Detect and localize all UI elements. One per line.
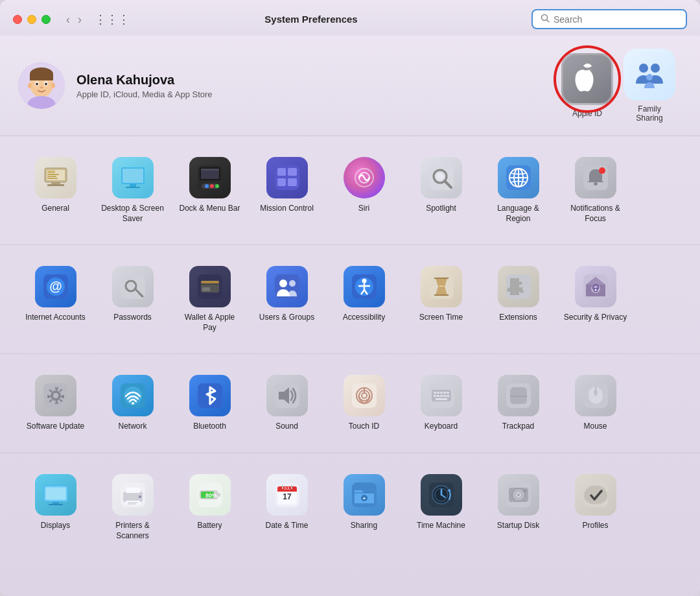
pref-item-printers[interactable]: Printers & Scanners [95,466,170,549]
language-icon [498,157,539,198]
preferences-content: General Desktop & Screen Saver [0,136,700,596]
back-button[interactable]: ‹ [64,12,73,27]
timemachine-icon [421,474,462,516]
touchid-icon [344,375,385,416]
search-input[interactable] [554,14,678,25]
pref-item-timemachine[interactable]: Time Machine [404,466,478,549]
mouse-label: Mouse [583,422,607,432]
displays-icon [35,474,76,516]
desktop-icon [112,157,154,198]
svg-point-162 [524,490,526,492]
search-icon [541,14,550,25]
pref-item-sound[interactable]: Sound [250,367,324,440]
pref-item-displays[interactable]: Displays [18,466,93,549]
svg-rect-100 [352,383,377,408]
keyboard-icon [421,375,462,416]
svg-point-9 [45,83,47,86]
close-button[interactable] [13,15,22,24]
pref-item-passwords[interactable]: Passwords [95,258,170,340]
svg-point-10 [40,87,43,89]
wallet-label: Wallet & Apple Pay [178,313,242,333]
pref-item-desktop[interactable]: Desktop & Screen Saver [95,149,170,232]
titlebar: ‹ › ⋮⋮⋮ System Preferences [0,0,700,36]
svg-rect-143 [277,490,297,492]
forward-button[interactable]: › [75,12,84,27]
network-label: Network [118,422,146,432]
pref-item-network[interactable]: Network [95,367,170,440]
general-icon [35,157,76,198]
svg-line-1 [547,20,550,23]
profile-section: Olena Kahujova Apple ID, iCloud, Media &… [0,36,700,136]
pref-item-battery[interactable]: 80% Battery [172,466,247,549]
svg-point-12 [51,83,55,88]
pref-item-sharing[interactable]: ✦ Sharing [327,466,401,549]
svg-rect-108 [437,392,439,394]
trackpad-icon [498,375,539,416]
pref-item-security[interactable]: Security & Privacy [558,258,633,340]
pref-item-keyboard[interactable]: Keyboard [404,367,478,440]
battery-label: Battery [197,521,222,531]
pref-item-users[interactable]: Users & Groups [250,258,324,340]
svg-text:@: @ [49,279,62,293]
hardware-icons-grid: Software Update [18,367,682,440]
maximize-button[interactable] [41,15,51,24]
svg-rect-19 [47,171,55,173]
pref-item-profiles[interactable]: Profiles [558,466,633,549]
svg-text:17: 17 [283,492,292,501]
pref-item-extensions[interactable]: Extensions [481,258,555,340]
pref-item-wallet[interactable]: Wallet & Apple Pay [172,258,247,340]
personal-icons-grid: General Desktop & Screen Saver [18,149,682,232]
trackpad-label: Trackpad [502,422,535,432]
pref-item-language[interactable]: Language & Region [481,149,555,232]
svg-point-15 [651,64,660,73]
pref-item-touchid[interactable]: Touch ID [327,367,401,440]
pref-item-datetime[interactable]: 17 JUL Date & Time [250,466,324,549]
sharing-icon: ✦ [344,474,385,516]
svg-rect-116 [447,395,449,397]
svg-rect-107 [434,392,436,394]
pref-item-startupdisk[interactable]: Startup Disk [481,466,555,549]
pref-item-general[interactable]: General [18,149,93,232]
timemachine-label: Time Machine [417,521,465,531]
pref-item-dock[interactable]: Dock & Menu Bar [172,149,247,232]
accounts-section: @ Internet Accounts [0,245,700,354]
svg-point-8 [36,83,38,86]
mouse-icon [575,375,616,416]
pref-item-trackpad[interactable]: Trackpad [481,367,555,440]
pref-item-bluetooth[interactable]: Bluetooth [172,367,247,440]
svg-text:80%: 80% [205,492,217,499]
svg-rect-109 [440,392,443,394]
pref-item-mission[interactable]: Mission Control [250,149,324,232]
accounts-icons-grid: @ Internet Accounts [18,258,682,340]
svg-text:✦: ✦ [362,496,366,501]
svg-rect-115 [443,395,446,397]
apple-id-button[interactable]: Apple ID [561,53,613,118]
profile-name: Olena Kahujova [76,73,213,88]
sound-icon [266,375,308,416]
svg-rect-117 [436,398,447,400]
pref-item-mouse[interactable]: Mouse [558,367,633,440]
pref-item-software[interactable]: Software Update [18,367,93,440]
pref-item-accessibility[interactable]: Accessibility [327,258,401,340]
svg-rect-54 [594,182,598,185]
family-sharing-button[interactable]: FamilySharing [624,49,675,123]
battery-icon: 80% [189,474,231,516]
pref-item-notifications[interactable]: Notifications & Focus [558,149,633,232]
svg-point-74 [362,279,366,283]
software-label: Software Update [27,422,84,432]
startupdisk-label: Startup Disk [497,521,539,531]
dock-icon [189,157,231,198]
siri-label: Siri [358,204,369,214]
keyboard-label: Keyboard [425,422,458,432]
pref-item-screentime[interactable]: Screen Time [404,258,478,340]
pref-item-internet[interactable]: @ Internet Accounts [18,258,93,340]
search-box[interactable] [531,9,687,29]
svg-rect-28 [126,187,140,188]
minimize-button[interactable] [27,15,36,24]
dock-label: Dock & Menu Bar [179,204,240,214]
pref-item-siri[interactable]: Siri [327,149,401,232]
svg-point-16 [646,74,653,80]
pref-item-spotlight[interactable]: Spotlight [404,149,478,232]
notifications-icon [575,157,616,198]
profiles-icon [575,474,616,516]
